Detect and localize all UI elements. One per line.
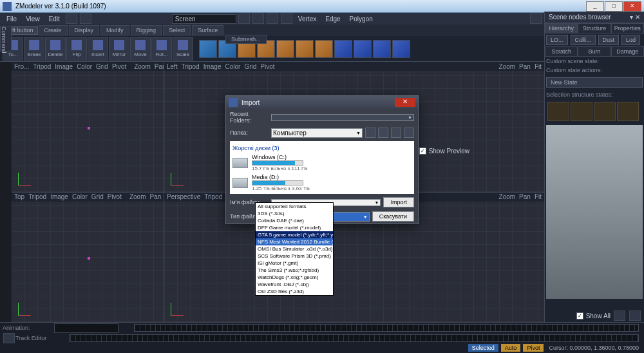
fmt-scs[interactable]: SCS Software Prism 3D (*.pmd) [256,253,333,260]
show-all-checkbox[interactable]: ✓ [576,312,583,320]
status-selected[interactable]: Selected [468,344,498,352]
viewport-top[interactable]: Top Tripod Image Color Grid Pivot Zoom P… [12,193,164,323]
bigtool-9[interactable] [354,40,372,58]
import-button[interactable]: Import [383,197,414,207]
file-browser-area[interactable]: Жорсткі диски (3) Windows (C:) 15.7 ГБ в… [230,141,414,194]
sel-edge[interactable]: Edge [321,14,344,24]
vp-name[interactable]: Left [167,63,178,70]
tab-damage[interactable]: Damage [611,46,644,57]
tab-surface[interactable]: Surface [192,25,223,35]
btn-colli[interactable]: Colli... [571,35,596,45]
menu-file[interactable]: File [3,14,21,24]
tab-scratch[interactable]: Scratch [545,46,578,57]
fmt-omsi[interactable]: OMSI Bus Simulator .o3d (*.o3d) [256,245,333,253]
menu-icon-2[interactable] [80,14,91,24]
nav-back-icon[interactable] [365,128,375,138]
bigtool-11[interactable] [392,40,410,58]
panel-close-icon[interactable]: ▾ ✕ [630,14,640,21]
btn-dust[interactable]: Dust [598,35,620,45]
state-icon-4[interactable] [617,102,639,121]
sel-vertex[interactable]: Vertex [294,14,320,24]
btn-lo[interactable]: LO... [546,35,568,45]
tool-scale[interactable]: Scale [173,37,193,61]
menu-view[interactable]: View [22,14,44,24]
tab-display[interactable]: Display [69,25,100,35]
fmt-nfs[interactable]: NFS Most Wanted 2012 Bundle (*.bndl;*.bi… [256,238,333,245]
btn-lod[interactable]: Lod [621,35,640,45]
fmt-isi[interactable]: ISI gMotor (*.gmt) [256,260,333,267]
nav-view-icon[interactable] [404,128,414,138]
fmt-gta5[interactable]: GTA 5 game model (*.ydr;*.yft;*.ydd) [256,231,333,238]
vp-name[interactable]: Fro... [14,63,29,70]
state-icon-3[interactable] [594,102,616,121]
fmt-z3d[interactable]: Old Z3D files (*.z3d) [256,288,333,295]
nav-up-icon[interactable] [378,128,388,138]
fmt-dff[interactable]: DFF Game model (*.model) [256,224,333,231]
tool-delete[interactable]: Delete [45,37,66,61]
bigtool-8[interactable] [334,40,352,58]
tool-rotate[interactable]: Rot... [151,37,172,61]
tab-burn[interactable]: Burn [578,46,611,57]
viewport-front[interactable]: Fro... Tripod Image Color Grid Pivot Zoo… [12,62,164,192]
tool-move[interactable]: Move [130,37,151,61]
tab-hierarchy[interactable]: Hierarchy [545,23,578,33]
menu-r1[interactable] [530,14,542,24]
fmt-obj[interactable]: Wavefront .OBJ (*.obj) [256,281,333,288]
tool-insert[interactable]: Insert [88,37,108,61]
fmt-all[interactable]: All supported formats [256,203,333,210]
nav-new-icon[interactable] [391,128,401,138]
sel-polygon[interactable]: Polygon [346,14,377,24]
menu-icon-6[interactable] [281,14,292,24]
recent-folders-combo[interactable] [271,114,414,121]
fmt-sims3[interactable]: The Sims3 (*.wso;*.rgfxbd) [256,267,333,274]
fmt-watchdogs[interactable]: WatchDogs (*.xbg;*.geom) [256,274,333,281]
dialog-close-button[interactable]: ✕ [395,98,415,107]
drive-e[interactable]: Data (E:) [232,193,412,194]
bigtool-5[interactable] [276,40,294,58]
close-button[interactable]: ✕ [623,1,641,12]
menu-icon-1[interactable] [66,14,77,24]
tab-modify[interactable]: Modify [100,25,129,35]
timeline-2[interactable] [70,334,639,342]
menu-icon-3[interactable] [238,14,250,24]
status-auto[interactable]: Auto [501,344,521,352]
bigtool-10[interactable] [373,40,391,58]
tab-create[interactable]: Create [39,25,68,35]
panel-tr-icon[interactable] [629,310,641,321]
menu-icon-4[interactable] [252,14,264,24]
animation-input[interactable] [54,323,118,333]
tool-break[interactable]: Break [24,37,44,61]
menu-icon-5[interactable] [267,14,278,24]
bigtool-1[interactable] [199,40,217,58]
panel-tl-icon[interactable] [614,310,625,321]
tab-structure[interactable]: Structure [578,23,611,33]
fmt-dae[interactable]: Collada DAE (*.dae) [256,217,333,224]
vp-name[interactable]: Perspective [167,193,200,200]
command-sidebar-tab[interactable]: Command [0,26,12,52]
vp-name[interactable]: Top [14,193,24,200]
track-editor-label[interactable]: Track Editor [15,335,67,341]
tab-rigging[interactable]: Rigging [131,25,162,35]
state-icon-1[interactable] [547,102,569,121]
filetype-dropdown-list[interactable]: All supported formats 3DS (*.3ds) Collad… [255,202,334,296]
menu-edit[interactable]: Edit [45,14,64,24]
cancel-button[interactable]: Скасувати [372,211,414,222]
folder-combo[interactable]: Компьютер [271,128,363,138]
state-icon-2[interactable] [571,102,592,121]
minimize-button[interactable]: _ [586,1,604,12]
bigtool-7[interactable] [315,40,333,58]
show-preview-checkbox[interactable]: ✓ [419,148,426,155]
drive-c[interactable]: Windows (C:) 15.7 ГБ вільно з 111 ГБ [232,153,412,173]
fmt-3ds[interactable]: 3DS (*.3ds) [256,210,333,217]
bigtool-6[interactable] [296,40,314,58]
timeline[interactable] [134,324,639,332]
drive-d[interactable]: Media (D:) 1.25 ТБ вільно з 3.63 ТБ [232,173,412,193]
new-state-button[interactable]: New State [546,77,643,88]
dialog-titlebar[interactable]: Import ✕ [226,96,418,109]
tool-mirror[interactable]: Mirror [109,37,129,61]
track-icon[interactable] [3,333,15,343]
submesh-label[interactable]: Submesh... [225,35,267,44]
tab-properties[interactable]: Properties [611,23,644,33]
tool-flip[interactable]: Flip [66,37,87,61]
maximize-button[interactable]: □ [605,1,623,12]
